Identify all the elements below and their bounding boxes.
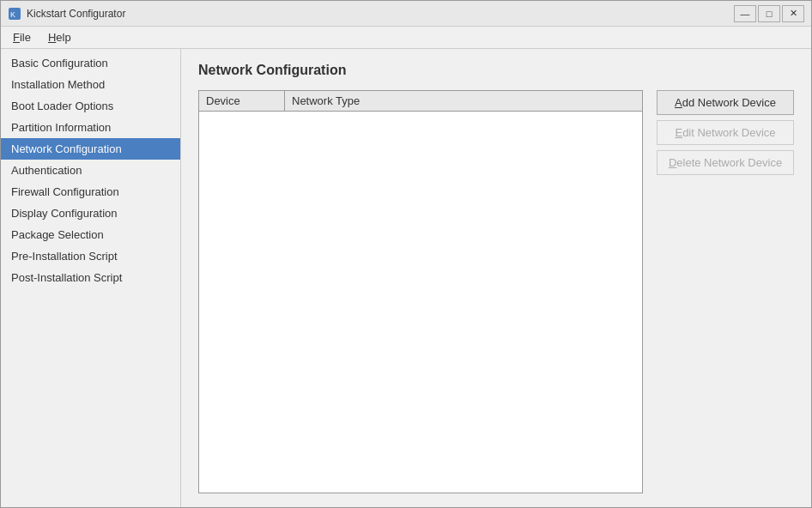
- sidebar-item-authentication[interactable]: Authentication: [1, 160, 180, 181]
- network-device-table: Device Network Type: [198, 90, 643, 493]
- sidebar-item-network-configuration[interactable]: Network Configuration: [1, 138, 180, 160]
- sidebar-item-pre-installation-script[interactable]: Pre-Installation Script: [1, 245, 180, 267]
- sidebar-item-basic-configuration[interactable]: Basic Configuration: [1, 52, 180, 74]
- column-device: Device: [199, 91, 285, 111]
- content-area: Basic Configuration Installation Method …: [1, 49, 811, 507]
- buttons-panel: Add Network Device Edit Network Device D…: [657, 90, 794, 493]
- sidebar-item-package-selection[interactable]: Package Selection: [1, 224, 180, 245]
- table-body: [199, 112, 642, 493]
- close-button[interactable]: ✕: [782, 5, 804, 22]
- sidebar-item-installation-method[interactable]: Installation Method: [1, 74, 180, 95]
- maximize-button[interactable]: □: [758, 5, 780, 22]
- title-bar-controls: — □ ✕: [734, 5, 804, 22]
- sidebar-item-post-installation-script[interactable]: Post-Installation Script: [1, 267, 180, 288]
- minimize-button[interactable]: —: [734, 5, 756, 22]
- content-row: Device Network Type Add Network Device E…: [198, 90, 794, 493]
- svg-text:K: K: [10, 10, 15, 19]
- sidebar: Basic Configuration Installation Method …: [1, 49, 181, 507]
- table-header: Device Network Type: [199, 91, 642, 112]
- sidebar-item-boot-loader-options[interactable]: Boot Loader Options: [1, 95, 180, 117]
- menu-help[interactable]: Help: [39, 28, 80, 46]
- title-bar: K Kickstart Configurator — □ ✕: [1, 1, 811, 27]
- column-network-type: Network Type: [285, 91, 642, 111]
- menu-bar: File Help: [1, 27, 811, 49]
- sidebar-item-display-configuration[interactable]: Display Configuration: [1, 203, 180, 224]
- edit-network-device-button[interactable]: Edit Network Device: [657, 120, 794, 145]
- app-icon: K: [8, 7, 21, 21]
- main-window: K Kickstart Configurator — □ ✕ File Help…: [0, 0, 812, 508]
- sidebar-item-firewall-configuration[interactable]: Firewall Configuration: [1, 181, 180, 203]
- add-network-device-button[interactable]: Add Network Device: [657, 90, 794, 115]
- title-bar-left: K Kickstart Configurator: [8, 7, 125, 21]
- window-title: Kickstart Configurator: [27, 8, 125, 20]
- sidebar-item-partition-information[interactable]: Partition Information: [1, 117, 180, 138]
- delete-network-device-button[interactable]: Delete Network Device: [657, 150, 794, 175]
- page-title: Network Configuration: [198, 63, 794, 78]
- main-content-area: Network Configuration Device Network Typ…: [181, 49, 811, 507]
- menu-file[interactable]: File: [4, 28, 39, 46]
